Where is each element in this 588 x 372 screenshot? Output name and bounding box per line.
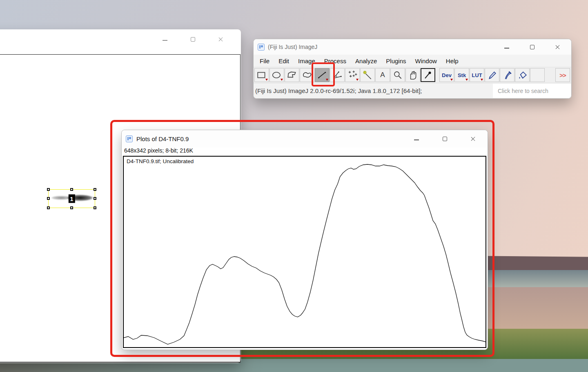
selection-handle[interactable] xyxy=(47,188,50,191)
freehand-tool-button[interactable] xyxy=(300,68,314,82)
status-text: (Fiji Is Just) ImageJ 2.0.0-rc-69/1.52i;… xyxy=(254,87,422,94)
stk-tool-button[interactable]: Stk xyxy=(454,68,469,82)
imagej-menubar: File Edit Image Process Analyze Plugins … xyxy=(254,55,571,67)
selection-handle[interactable] xyxy=(70,188,73,191)
wand-tool-button[interactable] xyxy=(360,68,375,82)
minimize-icon xyxy=(414,140,419,140)
close-button[interactable] xyxy=(216,35,225,43)
imagej-window-title: (Fiji Is Just) ImageJ xyxy=(268,44,317,50)
minimize-icon xyxy=(163,40,167,41)
rectangle-tool-button[interactable] xyxy=(254,68,269,82)
polygon-tool-button[interactable] xyxy=(285,68,299,82)
brush-icon xyxy=(502,70,512,80)
minimize-icon xyxy=(504,48,509,49)
fill-tool-button[interactable] xyxy=(515,68,530,82)
dropdown-triangle-icon xyxy=(281,79,283,81)
angle-tool-button[interactable] xyxy=(330,68,345,82)
maximize-button[interactable] xyxy=(528,43,536,51)
wand-icon xyxy=(362,70,373,80)
color-picker-tool-button[interactable] xyxy=(421,68,435,82)
dev-tool-button[interactable]: Dev xyxy=(439,68,454,82)
selection-handle[interactable] xyxy=(47,206,50,209)
imagej-main-window: (Fiji Is Just) ImageJ File Edit Image Pr… xyxy=(253,39,572,99)
close-icon xyxy=(470,136,476,142)
imagej-toolbar: A Dev Stk LUT xyxy=(254,67,571,83)
more-tools-icon: >> xyxy=(559,72,566,79)
text-tool-button[interactable]: A xyxy=(375,68,390,82)
lut-label: LUT xyxy=(472,72,482,78)
dropdown-triangle-icon xyxy=(481,79,483,81)
plot-window-title: Plots of D4-TNF0.9 xyxy=(136,135,189,142)
imagej-app-icon xyxy=(126,135,133,142)
plot-canvas[interactable]: D4-TNF0.9.tif; Uncalibrated xyxy=(123,156,486,348)
magnifier-icon xyxy=(392,70,403,80)
dev-label: Dev xyxy=(442,72,452,78)
eyedropper-icon xyxy=(423,70,433,80)
image-window-titlebar[interactable] xyxy=(0,29,241,54)
point-tool-button[interactable] xyxy=(345,68,360,82)
spare-tool-button[interactable] xyxy=(530,68,545,82)
menu-process[interactable]: Process xyxy=(320,56,351,66)
selection-handle[interactable] xyxy=(47,197,50,200)
selection-handle[interactable] xyxy=(70,206,73,209)
maximize-icon xyxy=(530,45,535,49)
minimize-button[interactable] xyxy=(412,135,421,143)
close-button[interactable] xyxy=(553,43,561,51)
pencil-tool-button[interactable] xyxy=(485,68,499,82)
maximize-button[interactable] xyxy=(189,35,197,43)
dropdown-triangle-icon xyxy=(265,79,268,81)
maximize-icon xyxy=(443,137,447,141)
dropdown-triangle-icon xyxy=(326,79,328,81)
menu-help[interactable]: Help xyxy=(441,56,463,66)
zoom-tool-button[interactable] xyxy=(390,68,405,82)
polygon-icon xyxy=(287,70,297,80)
minimize-button[interactable] xyxy=(503,43,511,51)
imagej-titlebar[interactable]: (Fiji Is Just) ImageJ xyxy=(254,39,571,55)
more-tools-button[interactable]: >> xyxy=(555,68,570,82)
menu-file[interactable]: File xyxy=(255,56,274,66)
oval-tool-button[interactable] xyxy=(270,68,284,82)
close-icon xyxy=(555,44,560,50)
close-icon xyxy=(218,37,223,42)
plot-image-info: 648x342 pixels; 8-bit; 216K xyxy=(122,147,488,155)
band-selection-rect[interactable]: 1 xyxy=(48,189,95,208)
brush-tool-button[interactable] xyxy=(500,68,514,82)
lut-tool-button[interactable]: LUT xyxy=(470,68,484,82)
maximize-icon xyxy=(191,37,195,42)
stk-label: Stk xyxy=(458,72,466,78)
profile-plot xyxy=(124,157,486,347)
hand-icon xyxy=(408,70,418,80)
menu-image[interactable]: Image xyxy=(294,56,320,66)
profile-curve xyxy=(124,164,486,344)
plot-window-titlebar[interactable]: Plots of D4-TNF0.9 xyxy=(122,130,488,147)
plot-annotation-label: D4-TNF0.9.tif; Uncalibrated xyxy=(127,158,194,164)
search-input[interactable] xyxy=(493,84,571,98)
menu-analyze[interactable]: Analyze xyxy=(351,56,381,66)
selection-handle[interactable] xyxy=(94,188,96,191)
menu-edit[interactable]: Edit xyxy=(274,56,294,66)
dropdown-triangle-icon xyxy=(466,79,468,81)
angle-icon xyxy=(332,70,343,80)
dropdown-triangle-icon xyxy=(450,79,453,81)
pencil-icon xyxy=(487,70,497,80)
hand-tool-button[interactable] xyxy=(405,68,420,82)
freehand-icon xyxy=(302,70,312,80)
imagej-statusbar: (Fiji Is Just) ImageJ 2.0.0-rc-69/1.52i;… xyxy=(254,83,571,98)
line-tool-button[interactable] xyxy=(315,68,330,82)
band-number-label: 1 xyxy=(68,195,75,203)
maximize-button[interactable] xyxy=(441,135,449,143)
menu-window[interactable]: Window xyxy=(411,56,441,66)
selection-handle[interactable] xyxy=(94,197,96,200)
close-button[interactable] xyxy=(469,135,477,143)
minimize-button[interactable] xyxy=(161,35,169,43)
text-tool-icon: A xyxy=(380,71,385,79)
paint-bucket-icon xyxy=(517,70,528,80)
dropdown-triangle-icon xyxy=(356,79,359,81)
plot-window: Plots of D4-TNF0.9 648x342 pixels; 8-bit… xyxy=(121,130,488,350)
selection-handle[interactable] xyxy=(94,206,96,209)
menu-plugins[interactable]: Plugins xyxy=(381,56,410,66)
imagej-app-icon xyxy=(258,44,265,51)
